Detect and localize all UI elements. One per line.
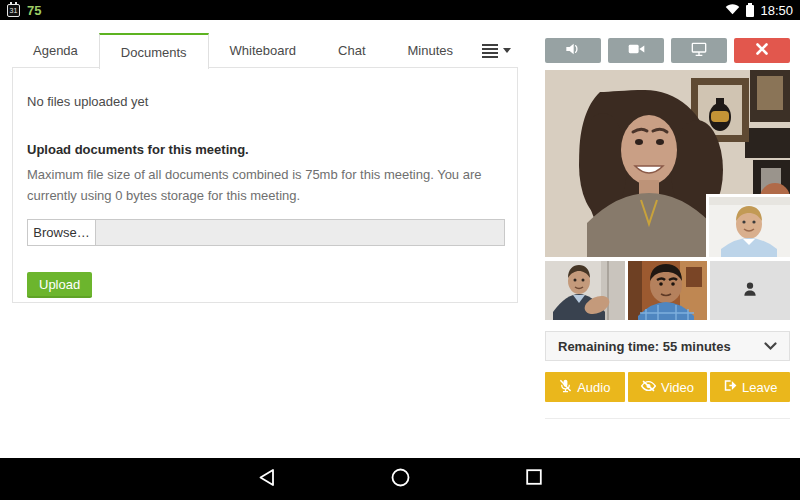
screen-share-icon (691, 42, 707, 59)
list-menu-icon (482, 44, 498, 58)
tab-overflow-menu-button[interactable] (474, 33, 519, 68)
recents-icon (526, 469, 542, 489)
tab-whiteboard[interactable]: Whiteboard (209, 33, 317, 68)
remaining-time-label: Remaining time: 55 minutes (558, 339, 731, 354)
eye-slash-icon (641, 380, 656, 395)
file-input[interactable]: Browse… (27, 219, 505, 246)
thumb-blond-man-blue-shirt[interactable] (706, 194, 790, 257)
tab-minutes[interactable]: Minutes (387, 33, 475, 68)
sign-out-icon (723, 379, 737, 395)
recents-button[interactable] (523, 468, 545, 490)
video-camera-button[interactable] (608, 38, 664, 63)
notification-count: 75 (27, 3, 41, 18)
back-button[interactable] (255, 468, 277, 490)
upload-button[interactable]: Upload (27, 272, 92, 298)
video-camera-icon (628, 43, 645, 58)
thumb-empty-placeholder[interactable] (710, 261, 790, 320)
call-controls (545, 38, 790, 63)
tab-bar: Agenda Documents Whiteboard Chat Minutes (12, 33, 518, 68)
main-video-woman-curly-hair[interactable] (545, 70, 790, 257)
call-action-buttons: Audio Video Leave (545, 372, 790, 402)
browse-button[interactable]: Browse… (28, 220, 96, 245)
documents-panel: No files uploaded yet Upload documents f… (12, 67, 518, 303)
remaining-time-dropdown[interactable]: Remaining time: 55 minutes (545, 331, 790, 361)
android-nav-bar (0, 458, 800, 500)
status-time: 18:50 (760, 3, 793, 18)
screen-share-button[interactable] (671, 38, 727, 63)
tab-agenda[interactable]: Agenda (12, 33, 99, 68)
speaker-button[interactable] (545, 38, 601, 63)
panel-divider (545, 418, 790, 419)
speaker-icon (565, 42, 581, 59)
end-call-button[interactable] (734, 38, 790, 63)
person-silhouette-icon (741, 280, 759, 302)
thumb-man-plaid-shirt[interactable] (628, 261, 708, 320)
calendar-icon: 31 (7, 4, 20, 17)
thumb-blond-man-image (709, 197, 790, 257)
status-bar: 31 75 18:50 (0, 0, 800, 20)
chevron-down-icon (503, 48, 511, 53)
tab-chat[interactable]: Chat (317, 33, 386, 68)
thumb-man-plaid-shirt-image (628, 261, 708, 320)
thumb-man-gesturing[interactable] (545, 261, 625, 320)
file-name-field (96, 220, 504, 245)
audio-button-label: Audio (577, 380, 610, 395)
no-files-message: No files uploaded yet (27, 94, 503, 109)
audio-toggle-button[interactable]: Audio (545, 372, 625, 402)
home-icon (391, 468, 410, 491)
end-call-icon (756, 43, 768, 58)
upload-heading: Upload documents for this meeting. (27, 142, 503, 157)
chevron-down-icon (764, 342, 777, 351)
video-panel: Remaining time: 55 minutes Audio Video (545, 38, 790, 419)
leave-button[interactable]: Leave (710, 372, 790, 402)
thumb-man-gesturing-image (545, 261, 625, 320)
home-button[interactable] (389, 468, 411, 490)
tab-documents[interactable]: Documents (99, 33, 209, 69)
back-icon (258, 468, 275, 491)
app-screen: 31 75 18:50 Agenda Documents Whiteboard … (0, 0, 800, 500)
video-toggle-button[interactable]: Video (628, 372, 708, 402)
participant-thumbnails (545, 261, 790, 320)
leave-button-label: Leave (742, 380, 777, 395)
microphone-slash-icon (559, 379, 572, 396)
upload-info-text: Maximum file size of all documents combi… (27, 164, 497, 206)
wifi-icon (725, 1, 740, 19)
battery-icon (746, 5, 754, 17)
video-button-label: Video (661, 380, 694, 395)
